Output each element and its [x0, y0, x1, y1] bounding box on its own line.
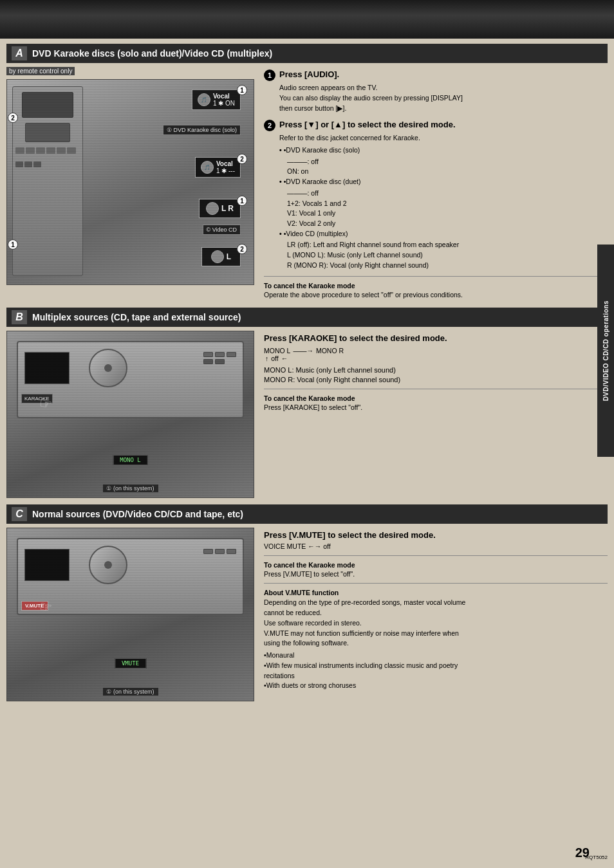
video-cd-r: R (MONO R): Vocal (only Right channel so… [279, 261, 608, 270]
section-c-diagram: V.MUTE ☞ VMUTE ① (on this system) [6, 528, 257, 701]
step-2-refer: Refer to the disc jacket concerned for K… [279, 133, 608, 143]
section-c-divider2 [264, 583, 608, 584]
about-bullet3: •With duets or strong choruses [264, 681, 608, 691]
video-cd-lr: LR (off): Left and Right channel sound f… [279, 240, 608, 250]
about-line3: Use software recorded in stereo. [264, 618, 608, 629]
diag-badge-2b: 2 [237, 154, 247, 164]
vocal1-label: Vocal [213, 93, 235, 100]
karaoke-label-b: KARAOKE [21, 394, 53, 403]
dvd-duet-v2: V2: Vocal 2 only [279, 219, 608, 228]
dvd-solo-off: ———: off [279, 157, 608, 167]
dvd-duet-12: 1+2: Vocals 1 and 2 [279, 199, 608, 208]
vocal2-sub: 1 ✱ --- [216, 167, 235, 174]
section-c-divider1 [264, 555, 608, 556]
section-c-letter: C [12, 507, 27, 521]
step-1: 1 Press [AUDIO]. Audio screen appears on… [264, 69, 608, 113]
section-b-image: KARAOKE ☞ MONO L ① (on this system) [6, 331, 254, 498]
about-bullet2: •With few musical instruments including … [264, 661, 608, 671]
rqt-code: RQT5052 [585, 854, 608, 860]
system-label-b: ① (on this system) [102, 485, 158, 492]
about-line5: using the following software. [264, 638, 608, 649]
top-bar [0, 0, 614, 39]
step-2-circle: 2 [264, 120, 275, 131]
section-a-title-normal: DVD Karaoke discs (solo and duet)/Video … [32, 48, 227, 59]
cancel-b-title: To cancel the Karaoke mode [264, 394, 608, 402]
about-bullet2b: recitations [264, 671, 608, 681]
about-bullet1: •Monaural [264, 651, 608, 661]
diag-badge-2c: 2 [237, 244, 247, 254]
mono-l-cycle: MONO L [264, 347, 290, 355]
section-c-title: Normal sources (DVD/Video CD/CD and tape… [32, 509, 243, 519]
about-line1: Depending on the type of pre-recorded so… [264, 598, 608, 608]
section-b-divider [264, 389, 608, 389]
section-c-cancel: To cancel the Karaoke mode Press [V.MUTE… [264, 561, 608, 578]
video-cd-option: •Video CD (multiplex) [279, 229, 608, 239]
cancel-b-body: Press [KARAOKE] to select "off". [264, 403, 608, 411]
step-2: 2 Press [▼] or [▲] to select the desired… [264, 120, 608, 270]
lr-label: L R [221, 204, 234, 213]
vocal1-sub: 1 ✱ ON [213, 100, 235, 107]
section-c-image: V.MUTE ☞ VMUTE ① (on this system) [6, 528, 254, 701]
mono-r-desc: MONO R: Vocal (only Right channel sound) [264, 376, 608, 383]
about-vmute-title: About V.MUTE function [264, 589, 608, 596]
section-c-instructions: Press [V.MUTE] to select the desired mod… [264, 528, 608, 701]
section-a-divider [264, 276, 608, 277]
arrow-right-cycle: ——→ [293, 347, 313, 355]
mono-l-display: MONO L [113, 455, 148, 465]
dvd-solo-on: ON: on [279, 167, 608, 176]
section-a-cancel: To cancel the Karaoke mode Operate the a… [264, 282, 608, 299]
video-cd-label: © Video CD [203, 225, 241, 235]
cancel-c-body: Press [V.MUTE] to select "off". [264, 570, 608, 578]
section-b-body: KARAOKE ☞ MONO L ① (on this system) Pres… [6, 331, 608, 498]
step-1-circle: 1 [264, 69, 275, 81]
hand-icon-b: ☞ [38, 395, 53, 414]
about-line2: cannot be reduced. [264, 608, 608, 618]
press-karaoke-title: Press [KARAOKE] to select the desired mo… [264, 333, 608, 343]
section-a-diagram: by remote control only [6, 67, 257, 301]
dvd-solo-label: ① DVD Karaoke disc (solo) [163, 125, 241, 135]
off-cycle: off [271, 355, 278, 362]
section-a-image: 2 1 🎵 Vocal 1 ✱ ON [6, 79, 254, 285]
step-1-line2: You can also display the audio screen by… [279, 93, 608, 104]
sidebar-label-container: DVD/VIDEO CD/CD operations [597, 245, 614, 457]
section-b-letter: B [12, 310, 27, 324]
dvd-solo-option: •DVD Karaoke disc (solo) [279, 145, 608, 156]
about-line4: V.MUTE may not function sufficiently or … [264, 629, 608, 639]
hand-icon-c: ☞ [38, 598, 53, 617]
diagram-num-1a: 1 [8, 239, 18, 250]
dvd-duet-v1: V1: Vocal 1 only [279, 208, 608, 218]
dvd-duet-option: •DVD Karaoke disc (duet) [279, 177, 608, 187]
vmute-label-c: V.MUTE [21, 601, 48, 611]
diagram-num-2a: 2 [8, 113, 18, 123]
remote-only-label: by remote control only [6, 67, 75, 75]
step-1-body: Audio screen appears on the TV. You can … [264, 83, 608, 113]
system-label-c: ① (on this system) [102, 688, 158, 696]
vocal-box-2: 🎵 Vocal 1 ✱ --- [195, 157, 241, 178]
cancel-a-title: To cancel the Karaoke mode [264, 282, 608, 290]
section-b-header: B Multiplex sources (CD, tape and extern… [6, 308, 608, 327]
step-1-line1: Audio screen appears on the TV. [279, 83, 608, 93]
step-1-title: Press [AUDIO]. [279, 69, 339, 79]
lr-box: L R [199, 199, 241, 218]
about-vmute-body: Depending on the type of pre-recorded so… [264, 598, 608, 691]
diag-badge-1b: 1 [237, 85, 247, 95]
video-cd-l: L (MONO L): Music (only Left channel sou… [279, 250, 608, 260]
diag-badge-1c: 1 [237, 196, 247, 206]
section-c-body: V.MUTE ☞ VMUTE ① (on this system) Press … [6, 528, 608, 701]
section-a-letter: A [12, 46, 27, 60]
cancel-c-title: To cancel the Karaoke mode [264, 561, 608, 569]
l-box: L [201, 247, 241, 266]
cycle-diagram: MONO L ——→ MONO R ↑ off ← [264, 347, 608, 362]
sidebar-label: DVD/VIDEO CD/CD operations [602, 300, 609, 401]
arrow-back-cycle: ← [281, 355, 288, 362]
voice-mute-cycle: VOICE MUTE ←→ off [264, 542, 608, 550]
section-a-title-bold: (multiplex) [227, 48, 272, 59]
step-2-body: Refer to the disc jacket concerned for K… [264, 133, 608, 270]
mono-l-desc: MONO L: Music (only Left channel sound) [264, 366, 608, 374]
press-vmute-title: Press [V.MUTE] to select the desired mod… [264, 530, 608, 540]
section-b-cancel: To cancel the Karaoke mode Press [KARAOK… [264, 394, 608, 411]
vocal-box-1: 🎵 Vocal 1 ✱ ON [192, 89, 241, 110]
arrow-up-cycle: ↑ [265, 355, 268, 362]
vmute-display: VMUTE [115, 658, 146, 669]
section-b-instructions: Press [KARAOKE] to select the desired mo… [264, 331, 608, 498]
